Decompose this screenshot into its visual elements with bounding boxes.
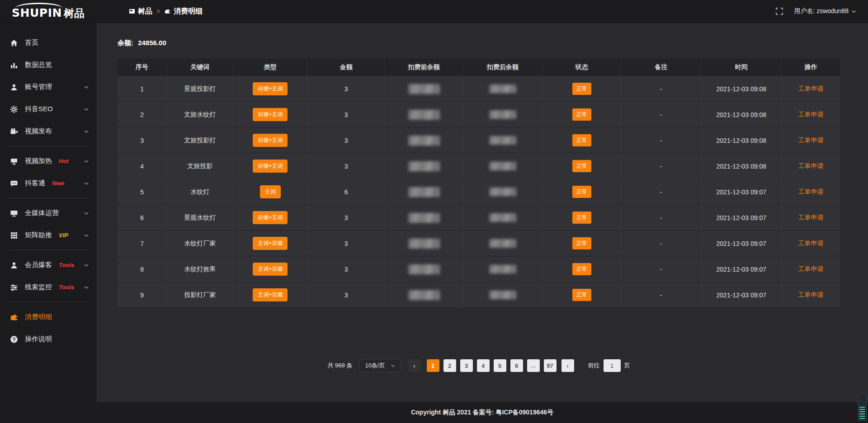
table-row: 9投影灯厂家主词+后缀3正常-2021-12-03 09:07工单申请 [118,282,840,308]
sidebar-item-member-baoke[interactable]: 会员爆客Tools [0,254,96,276]
cell-balance-after [463,102,542,127]
balance: 余额: 24856.00 [118,39,840,47]
ticket-apply-link[interactable]: 工单申请 [798,265,824,273]
sidebar-item-lead-monitor[interactable]: 线索监控Tools [0,276,96,298]
sidebar-item-label: 视频发布 [25,127,52,136]
type-badge: 前缀+主词 [253,108,288,121]
cell-amount: 3 [307,102,385,127]
sidebar-item-home[interactable]: 首页 [0,32,96,54]
page-size-select[interactable]: 10条/页 [359,359,401,372]
sidebar: 首页数据总览账号管理抖音SEO视频发布视频加热Hot抖客通New全媒体运营矩阵助… [0,23,96,423]
prev-page-button[interactable]: ‹ [408,359,421,372]
ticket-apply-link[interactable]: 工单申请 [798,214,824,221]
cell-balance-before [385,256,463,282]
sidebar-item-video-heating[interactable]: 视频加热Hot [0,150,96,172]
page-ellipsis-button[interactable]: ... [527,359,540,372]
column-header: 扣费后余额 [463,59,542,76]
pagination: 共 969 条 10条/页 ‹ 123456...97 › 前往 页 [118,359,840,372]
masked-balance-after [489,188,516,196]
cell-action: 工单申请 [782,76,840,102]
chevron-down-icon [84,211,89,216]
sidebar-item-douketong[interactable]: 抖客通New [0,172,96,194]
fullscreen-icon[interactable] [776,8,783,15]
ticket-apply-link[interactable]: 工单申请 [798,162,824,169]
masked-balance-before [408,239,440,249]
column-header: 扣费前余额 [385,59,463,76]
cell-status: 正常 [542,282,621,308]
cell-status: 正常 [542,256,621,282]
balance-value: 24856.00 [138,39,166,47]
sidebar-item-instructions[interactable]: ?操作说明 [0,328,96,350]
page-button-3[interactable]: 3 [460,359,473,372]
type-badge: 主词+后缀 [253,288,288,301]
chevron-down-icon [84,107,89,112]
svg-text:?: ? [13,337,16,342]
cell-amount: 3 [307,282,385,308]
ticket-apply-link[interactable]: 工单申请 [798,291,824,298]
type-badge: 前缀+主词 [253,211,288,224]
ticket-apply-link[interactable]: 工单申请 [798,111,824,118]
page-button-5[interactable]: 5 [494,359,506,372]
page-button-2[interactable]: 2 [443,359,456,372]
cell-status: 正常 [542,76,621,102]
sidebar-item-label: 线索监控 [25,283,52,291]
home-icon [10,39,19,47]
sidebar-divider [8,250,88,250]
cell-action: 工单申请 [782,102,840,127]
cell-type: 前缀+主词 [233,102,308,127]
page-button-6[interactable]: 6 [510,359,523,372]
sidebar-item-douyin-seo[interactable]: 抖音SEO [0,98,96,120]
cell-seq: 4 [118,153,167,179]
sidebar-item-badge: Tools [59,284,74,291]
cell-status: 正常 [542,153,621,179]
breadcrumb: 树品 > 消费明细 [129,7,203,16]
ticket-apply-link[interactable]: 工单申请 [798,136,824,144]
status-badge: 正常 [572,186,591,198]
page-button-1[interactable]: 1 [427,359,439,372]
cell-balance-after [463,282,542,308]
app-logo[interactable]: SHUPIN 树品 [12,2,85,20]
ticket-apply-link[interactable]: 工单申请 [798,85,824,92]
projector-icon [10,157,19,165]
cell-action: 工单申请 [782,127,840,153]
sidebar-item-omni-media[interactable]: 全媒体运营 [0,202,96,224]
sidebar-item-badge: Tools [59,262,74,268]
masked-balance-after [489,136,516,145]
cell-seq: 9 [118,282,167,308]
next-page-button[interactable]: › [561,359,574,372]
sidebar-item-label: 操作说明 [25,335,52,343]
sidebar-item-label: 数据总览 [25,61,52,69]
status-badge: 正常 [572,160,591,172]
column-header: 操作 [782,59,840,76]
page-button-4[interactable]: 4 [477,359,490,372]
sidebar-item-account-management[interactable]: 账号管理 [0,76,96,98]
column-header: 备注 [621,59,701,76]
cell-action: 工单申请 [782,179,840,205]
logo-arc-icon [15,3,62,8]
sidebar-item-matrix-boost[interactable]: 矩阵助推VIP [0,224,96,246]
sidebar-item-video-publish[interactable]: 视频发布 [0,120,96,142]
breadcrumb-current[interactable]: 消费明细 [164,7,203,16]
logo-cn-text: 树品 [64,6,85,20]
ticket-apply-link[interactable]: 工单申请 [798,240,824,247]
status-badge: 正常 [572,212,591,224]
sidebar-item-badge: Hot [59,158,69,164]
pagination-total: 共 969 条 [328,362,353,370]
main-content: 余额: 24856.00 序号关键词类型金额扣费前余额扣费后余额状态备注时间操作… [96,23,868,402]
goto-page-input[interactable] [604,359,621,372]
ticket-apply-link[interactable]: 工单申请 [798,188,824,195]
user-menu[interactable]: 用户名: zswodun88 [794,7,856,15]
table-row: 1景观投影灯前缀+主词3正常-2021-12-03 09:08工单申请 [118,76,840,102]
sidebar-item-label: 矩阵助推 [25,231,52,240]
sidebar-item-data-overview[interactable]: 数据总览 [0,54,96,76]
cell-status: 正常 [542,127,621,153]
cell-amount: 3 [307,127,385,153]
chevron-down-icon [84,159,89,164]
logo-area: SHUPIN 树品 [0,2,96,20]
cell-time: 2021-12-03 09:08 [701,76,781,102]
breadcrumb-root[interactable]: 树品 [129,7,152,16]
user-icon [10,261,19,269]
page-button-97[interactable]: 97 [544,359,557,372]
sidebar-item-consumption-detail[interactable]: 消费明细 [0,306,96,328]
cell-balance-before [385,102,463,127]
